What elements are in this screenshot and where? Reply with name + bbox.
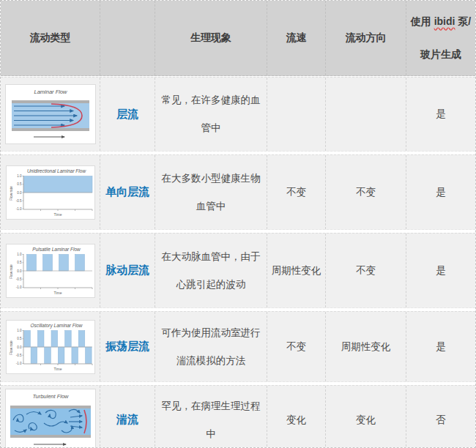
figure-title: Pulsatile Laminar Flow [32,247,81,252]
direction-value: 周期性变化 [341,340,391,354]
y-tick: 0.5 [17,337,22,340]
cell-phenomenon: 在大多数小型健康生物血管中 [155,155,267,229]
channel-wall-top [12,100,89,103]
phenomenon-text: 在大动脉血管中，由于心跳引起的波动 [157,243,265,299]
cell-velocity: 不变 [267,155,325,229]
cell-figure-pulsatile: Pulsatile Laminar Flow Flow rate 1.0 [1,234,100,307]
header-phenomenon: 生理现象 [155,1,267,75]
direction-value: 不变 [356,264,376,277]
cell-direction: 不变 [325,234,406,307]
header-ibidi-prefix: 使用 [411,15,434,27]
y-tick-labels: 1.0 0.5 0.0 -0.5 -1.0 [15,329,21,365]
header-ibidi-word-misspelled: ibidi [434,15,455,27]
velocity-value: 不变 [286,340,306,354]
header-empty [100,1,155,75]
cell-flow-type: 单向层流 [100,155,155,229]
flow-type-label: 层流 [116,108,138,122]
cell-ibidi: 是 [406,78,475,151]
y-tick: 0.0 [17,269,22,272]
y-axis-label: Flow rate [10,185,13,200]
x-axis-label: Time [53,212,62,217]
y-tick-labels: 1.0 0.5 0.0 -0.5 -1.0 [15,174,21,211]
ibidi-value: 是 [436,108,446,121]
cell-figure-oscillatory: Oscillatory Laminar Flow Flow rate [1,312,100,381]
flow-type-label: 振荡层流 [105,340,149,354]
y-axis-label: Flow rate [10,264,13,278]
y-tick: 0.5 [17,182,22,186]
y-tick: -1.0 [15,207,21,211]
header-flow-type: 流动类型 [1,1,100,75]
phenomenon-text: 罕见，在病理生理过程中 [157,392,265,448]
cell-direction: 变化 [325,386,406,448]
y-tick: -0.5 [15,198,21,202]
flow-type-label: 脉动层流 [105,264,149,277]
cell-direction [325,78,406,151]
pulse-bars [26,254,84,271]
turbulent-flow-figure: Turbulent Flow [5,389,96,448]
constant-flow-area [23,176,92,193]
cell-ibidi: 是 [406,234,475,307]
cell-figure-unidirectional: Unidirectional Laminar Flow Flow rate 1.… [1,155,100,229]
y-axis-label: Flow rate [10,340,13,354]
header-ibidi-line2: 玻片生成 [420,48,461,60]
ibidi-value: 否 [436,414,446,427]
direction-value: 变化 [356,414,376,427]
flow-types-table: 流动类型 生理现象 流速 流动方向 使用 ibidi 泵/ 玻片生成 Lamin… [0,0,476,448]
cell-flow-type: 振荡层流 [100,312,155,381]
figure-title: Turbulent Flow [32,393,69,400]
cell-phenomenon: 常见，在许多健康的血管中 [155,78,267,151]
pulsatile-flow-chart-figure: Pulsatile Laminar Flow Flow rate 1.0 [6,244,95,298]
figure-title: Unidirectional Laminar Flow [26,168,86,173]
x-axis-label: Time [53,291,62,295]
table-row: Laminar Flow 层流 常见，在许多健康的血管中 是 [1,77,475,152]
x-axis-label: Time [53,367,62,371]
cell-velocity: 变化 [267,386,325,448]
velocity-value: 变化 [286,414,306,427]
y-tick: 1.0 [17,329,22,332]
phenomenon-text: 可作为使用流动室进行湍流模拟的方法 [157,319,265,375]
header-direction-label: 流动方向 [346,31,387,45]
header-velocity: 流速 [267,1,325,75]
y-tick-labels: 1.0 0.5 0.0 -0.5 -1.0 [15,253,21,289]
cell-figure-laminar: Laminar Flow [1,78,100,151]
cell-flow-type: 层流 [100,78,155,151]
y-tick: 1.0 [17,174,22,178]
y-tick: 0.0 [17,190,22,194]
cell-phenomenon: 可作为使用流动室进行湍流模拟的方法 [155,312,267,381]
unidirectional-flow-chart-figure: Unidirectional Laminar Flow Flow rate 1.… [6,165,95,220]
table-row: Unidirectional Laminar Flow Flow rate 1.… [1,154,475,230]
table-header: 流动类型 生理现象 流速 流动方向 使用 ibidi 泵/ 玻片生成 [1,1,475,76]
table-row: Turbulent Flow [1,385,475,448]
cell-velocity: 不变 [267,312,325,381]
cell-direction: 周期性变化 [325,312,406,381]
header-velocity-label: 流速 [286,31,307,45]
ibidi-value: 是 [436,186,446,199]
flow-type-label: 单向层流 [105,185,149,199]
y-tick: -0.5 [15,353,21,356]
direction-value: 不变 [356,186,376,199]
y-tick: -1.0 [15,362,21,365]
table-row: Pulsatile Laminar Flow Flow rate 1.0 [1,233,475,308]
cell-flow-type: 脉动层流 [100,234,155,307]
cell-ibidi: 否 [406,386,475,448]
y-tick: -1.0 [15,285,21,289]
cell-ibidi: 是 [406,312,475,381]
laminar-flow-figure: Laminar Flow [5,84,96,144]
y-tick: 0.0 [17,345,22,348]
cell-direction: 不变 [325,155,406,229]
cell-flow-type: 湍流 [100,386,155,448]
ibidi-value: 是 [436,264,446,277]
cell-figure-turbulent: Turbulent Flow [1,386,100,448]
flow-type-label: 湍流 [116,413,138,427]
ibidi-value: 是 [436,340,446,354]
channel-wall-bottom [10,435,91,438]
header-ibidi-label: 使用 ibidi 泵/ 玻片生成 [411,5,471,71]
figure-title: Oscillatory Laminar Flow [30,323,83,329]
y-tick: 1.0 [17,253,22,256]
cell-velocity: 周期性变化 [267,234,325,307]
velocity-value: 周期性变化 [272,264,321,277]
table-row: Oscillatory Laminar Flow Flow rate [1,311,475,382]
cell-phenomenon: 罕见，在病理生理过程中 [155,386,267,448]
cell-ibidi: 是 [406,155,475,229]
cell-phenomenon: 在大动脉血管中，由于心跳引起的波动 [155,234,267,307]
